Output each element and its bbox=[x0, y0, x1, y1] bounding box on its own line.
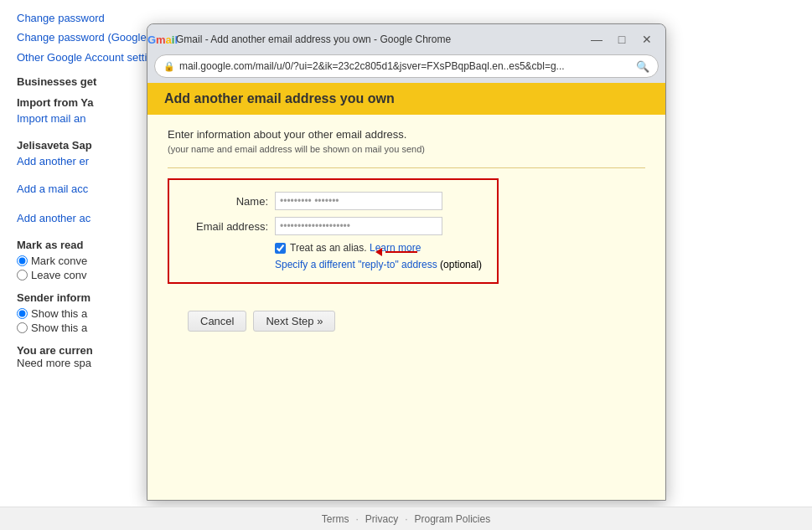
next-step-button[interactable]: Next Step » bbox=[253, 311, 335, 332]
optional-text: (optional) bbox=[440, 259, 482, 270]
minimize-button[interactable]: — bbox=[587, 29, 607, 49]
name-input[interactable] bbox=[275, 192, 442, 210]
chrome-titlebar: Gmail Gmail - Add another email address … bbox=[147, 24, 665, 54]
email-label: Email address: bbox=[184, 220, 268, 233]
email-input[interactable] bbox=[275, 217, 442, 235]
footer-bar: Terms · Privacy · Program Policies bbox=[0, 507, 812, 530]
gmail-favicon: Gmail bbox=[156, 33, 169, 46]
leave-conversations-label: Leave conv bbox=[31, 269, 87, 281]
email-row: Email address: bbox=[184, 217, 482, 235]
dot-separator-1: · bbox=[355, 513, 358, 525]
close-button[interactable]: ✕ bbox=[637, 29, 657, 49]
show-this-b-label: Show this a bbox=[31, 322, 87, 334]
dialog-body: Enter information about your other email… bbox=[147, 115, 665, 345]
cancel-button[interactable]: Cancel bbox=[188, 311, 246, 332]
mark-conversations-label: Mark conve bbox=[31, 255, 87, 267]
dot-separator-2: · bbox=[405, 513, 407, 525]
dialog-subdescription: (your name and email address will be sho… bbox=[168, 144, 645, 154]
maximize-button[interactable]: □ bbox=[612, 29, 632, 49]
alias-checkbox[interactable] bbox=[275, 243, 286, 254]
reply-to-link[interactable]: Specify a different "reply-to" address bbox=[275, 259, 437, 270]
name-label: Name: bbox=[184, 195, 268, 208]
leave-conversations-radio[interactable] bbox=[17, 270, 28, 280]
show-this-a-radio[interactable] bbox=[17, 308, 28, 319]
button-row: Cancel Next Step » bbox=[168, 311, 645, 332]
search-icon: 🔍 bbox=[636, 60, 649, 73]
address-bar[interactable]: 🔒 mail.google.com/mail/u/0/?ui=2&ik=23c2… bbox=[154, 54, 659, 78]
dialog-content: Add another email address you own Enter … bbox=[147, 83, 665, 500]
arrow-annotation bbox=[375, 248, 417, 256]
lock-icon: 🔒 bbox=[163, 61, 175, 72]
arrow-line bbox=[385, 251, 417, 253]
privacy-link[interactable]: Privacy bbox=[365, 513, 398, 525]
name-row: Name: bbox=[184, 192, 482, 210]
chrome-window: Gmail Gmail - Add another email address … bbox=[147, 23, 666, 501]
dialog-header: Add another email address you own bbox=[147, 83, 665, 115]
arrow-head bbox=[375, 248, 382, 256]
url-text: mail.google.com/mail/u/0/?ui=2&ik=23c2c8… bbox=[179, 60, 636, 72]
form-box: Name: Email address: Treat as an alias. … bbox=[168, 178, 499, 284]
terms-link[interactable]: Terms bbox=[322, 513, 349, 525]
window-title: Gmail - Add another email address you ow… bbox=[176, 33, 580, 45]
mark-conversations-radio[interactable] bbox=[17, 255, 28, 266]
program-policies-link[interactable]: Program Policies bbox=[415, 513, 491, 525]
dialog-divider bbox=[168, 167, 645, 168]
window-controls: — □ ✕ bbox=[587, 29, 657, 49]
show-this-a-label: Show this a bbox=[31, 307, 87, 320]
dialog-description: Enter information about your other email… bbox=[168, 128, 645, 141]
show-this-b-radio[interactable] bbox=[17, 322, 28, 333]
reply-to-row: Specify a different "reply-to" address (… bbox=[275, 259, 482, 270]
dialog-title: Add another email address you own bbox=[164, 91, 649, 106]
